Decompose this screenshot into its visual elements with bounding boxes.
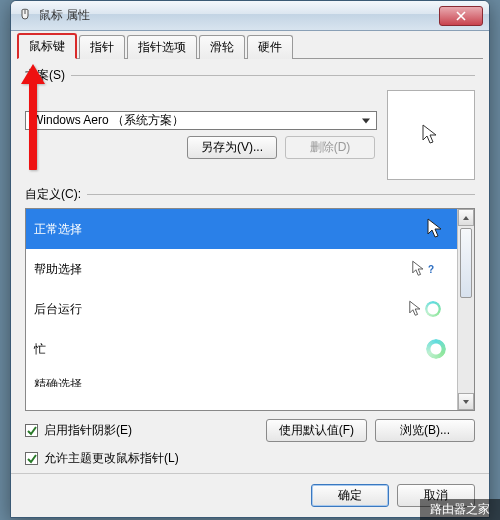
list-item[interactable]: 忙 [26,329,457,369]
tab-content: 方案(S) Windows Aero （系统方案） 另存为(V)... 删除(D… [11,59,489,473]
annotation-arrow-icon [18,60,48,173]
list-item[interactable]: 精确选择 [26,369,457,387]
enable-shadow-label: 启用指针阴影(E) [44,422,132,439]
tab-hardware[interactable]: 硬件 [247,35,293,59]
delete-button: 删除(D) [285,136,375,159]
tab-pointers[interactable]: 指针 [79,35,125,59]
customize-group: 自定义(C): 正常选择 帮助选择 ? [25,186,475,467]
tab-wheel[interactable]: 滑轮 [199,35,245,59]
scroll-down-button[interactable] [458,393,474,410]
tab-bar: 鼠标键 指针 指针选项 滑轮 硬件 [11,31,489,59]
customize-label: 自定义(C): [25,186,81,203]
cursor-preview-large [387,90,475,180]
scheme-selected-value: Windows Aero （系统方案） [32,112,184,129]
browse-button[interactable]: 浏览(B)... [375,419,475,442]
arrow-ring-icon [401,296,449,322]
save-as-button[interactable]: 另存为(V)... [187,136,277,159]
mouse-properties-window: 鼠标 属性 鼠标键 指针 指针选项 滑轮 硬件 方案(S) Windows Ae… [10,0,490,518]
tab-buttons[interactable]: 鼠标键 [17,33,77,59]
dialog-footer: 确定 取消 [11,473,489,517]
close-button[interactable] [439,6,483,26]
app-icon [17,8,33,24]
list-item[interactable]: 后台运行 [26,289,457,329]
use-default-button[interactable]: 使用默认值(F) [266,419,367,442]
list-item[interactable]: 正常选择 [26,209,457,249]
scheme-group: 方案(S) Windows Aero （系统方案） 另存为(V)... 删除(D… [25,67,475,180]
titlebar[interactable]: 鼠标 属性 [11,1,489,31]
svg-text:?: ? [428,264,434,275]
ok-button[interactable]: 确定 [311,484,389,507]
cursor-listbox[interactable]: 正常选择 帮助选择 ? 后台运行 [25,208,475,411]
scroll-up-button[interactable] [458,209,474,226]
allow-themes-label: 允许主题更改鼠标指针(L) [44,450,179,467]
scroll-thumb[interactable] [460,228,472,298]
window-title: 鼠标 属性 [39,7,439,24]
scrollbar[interactable] [457,209,474,410]
enable-shadow-checkbox[interactable] [25,424,38,437]
arrow-help-icon: ? [401,256,449,282]
watermark-source: 路由器之家 [420,499,500,520]
tab-pointer-options[interactable]: 指针选项 [127,35,197,59]
arrow-icon [423,216,449,242]
scheme-dropdown[interactable]: Windows Aero （系统方案） [25,111,377,130]
list-item[interactable]: 帮助选择 ? [26,249,457,289]
ring-icon [423,336,449,362]
allow-themes-checkbox[interactable] [25,452,38,465]
